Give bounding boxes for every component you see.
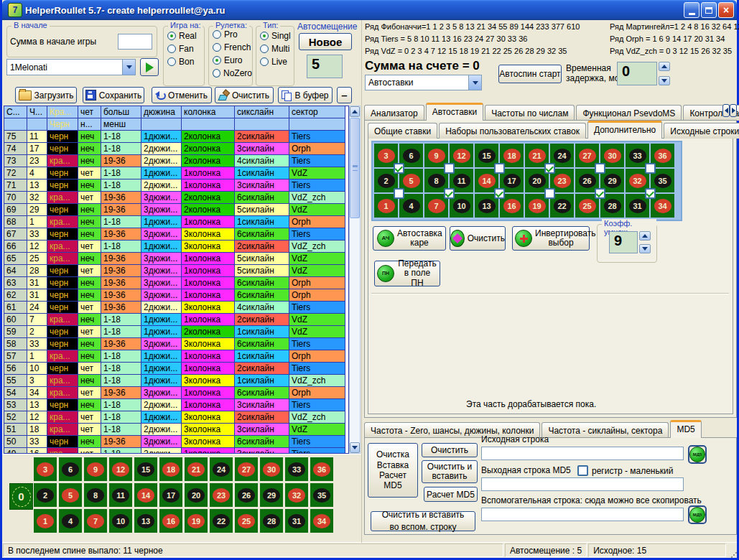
- table-row[interactable]: 6929черннеч19-363дюжи...2колонка5сиклайн…: [4, 204, 348, 216]
- new-button[interactable]: Новое: [299, 33, 352, 50]
- table-row[interactable]: 5118кра...чет1-182дюжи...3колонка3сиклай…: [4, 424, 348, 436]
- board-cell-5[interactable]: 5: [59, 483, 82, 507]
- board-cell-21[interactable]: 21: [185, 457, 208, 481]
- tab-частоты-по-числам[interactable]: Частоты по числам: [485, 105, 575, 121]
- md5-source-input[interactable]: [481, 447, 684, 460]
- table-row[interactable]: 5033черннеч19-363дюжи...3колонка6сиклайн…: [4, 436, 348, 448]
- board-cell-22[interactable]: 22: [210, 509, 233, 533]
- multiplier-spinner[interactable]: [639, 231, 651, 253]
- board-cell-32[interactable]: 32: [285, 483, 308, 507]
- table-row[interactable]: 5212кра...чет1-181дюжи...3колонка2сиклай…: [4, 411, 348, 424]
- bet-checkbox-lower-3[interactable]: [494, 188, 505, 199]
- table-row[interactable]: 7032кра...чет19-363дюжи...2колонка6сикла…: [4, 192, 348, 204]
- board-cell-zero[interactable]: 0: [9, 483, 33, 510]
- radio-option-euro[interactable]: Euro: [213, 55, 252, 65]
- bet-checkbox-upper-2[interactable]: [444, 163, 455, 174]
- board-cell-19[interactable]: 19: [185, 509, 208, 533]
- spinner-up-button[interactable]: [659, 62, 670, 71]
- table-row[interactable]: 7417черннеч1-182дюжи...2колонка3сиклайнO…: [4, 143, 348, 155]
- table-row[interactable]: 7323кра...неч19-362дюжи...2колонка4сикла…: [4, 155, 348, 167]
- autobet-corner-button[interactable]: АЧ Автоставка каре: [373, 226, 446, 251]
- radio-option-pro[interactable]: Pro: [213, 29, 252, 39]
- tab-исходные-строки-мд[interactable]: Исходные строки МД: [664, 123, 739, 139]
- table-row[interactable]: 5833черннеч19-363дюжи...3колонка6сиклайн…: [4, 338, 348, 350]
- board-cell-33[interactable]: 33: [285, 457, 308, 481]
- table-row[interactable]: 7511черннеч1-181дюжи...2колонка2сиклайнT…: [4, 131, 348, 143]
- bet-checkbox-lower-2[interactable]: [444, 188, 455, 199]
- column-header[interactable]: Черн: [47, 118, 78, 131]
- board-cell-12[interactable]: 12: [109, 457, 132, 481]
- scroll-up-button[interactable]: [350, 106, 360, 117]
- column-header[interactable]: [289, 118, 345, 131]
- tab-дополнительно[interactable]: Дополнительно: [587, 121, 662, 139]
- tab-md5[interactable]: MD5: [670, 420, 701, 438]
- table-row[interactable]: 592чернчет1-181дюжи...2колонка1сиклайнVd…: [4, 326, 348, 338]
- board-cell-27[interactable]: 27: [235, 457, 258, 481]
- table-row[interactable]: 6612кра...чет1-181дюжи...3колонка2сиклай…: [4, 241, 348, 253]
- tab-функционал-psevdoms[interactable]: Функционал PsevdoMS: [576, 105, 682, 121]
- md5-big-button[interactable]: Очистка Вставка Расчет MD5: [368, 443, 418, 498]
- tab-наборы-пользовательских-ставок[interactable]: Наборы пользовательских ставок: [439, 123, 586, 139]
- board-cell-29[interactable]: 29: [260, 483, 283, 507]
- board-cell-36[interactable]: 36: [310, 457, 333, 481]
- preset-combo-dropdown[interactable]: [122, 60, 135, 75]
- spinner-down-button[interactable]: [639, 244, 651, 253]
- md5-aux-run-button[interactable]: МД5: [688, 505, 707, 524]
- board-cell-13[interactable]: 13: [134, 509, 157, 533]
- board-cell-16[interactable]: 16: [159, 509, 182, 533]
- transfer-button[interactable]: ПН Передать в поле ПН: [374, 261, 440, 286]
- radio-option-fan[interactable]: Fan: [167, 44, 204, 54]
- scroll-down-button[interactable]: [350, 442, 360, 453]
- tab-частота-сиклайны-сектора[interactable]: Частота - сиклайны, сектора: [542, 422, 669, 438]
- load-button[interactable]: Загрузить: [15, 87, 77, 103]
- minimize-button[interactable]: [684, 2, 700, 18]
- start-sum-input[interactable]: [118, 34, 152, 50]
- spinner-up-button[interactable]: [639, 231, 651, 241]
- md5-output-input[interactable]: [481, 477, 684, 491]
- column-header[interactable]: н...: [78, 118, 101, 131]
- radio-option-french[interactable]: French: [213, 42, 252, 52]
- column-header[interactable]: менш: [101, 118, 141, 131]
- board-cell-10[interactable]: 10: [109, 509, 132, 533]
- column-header[interactable]: [235, 118, 289, 131]
- to-buffer-button[interactable]: В буфер: [278, 87, 333, 103]
- board-cell-26[interactable]: 26: [235, 483, 258, 507]
- md5-clear-paste-button[interactable]: Очистить и вставить: [422, 460, 478, 483]
- board-cell-28[interactable]: 28: [260, 509, 283, 533]
- column-header[interactable]: сектор: [289, 106, 345, 118]
- table-row[interactable]: 4916кра...чет1-182дюжи...1колонка3сиклай…: [4, 448, 348, 454]
- close-button[interactable]: ×: [718, 2, 734, 18]
- board-cell-31[interactable]: 31: [285, 509, 308, 533]
- board-cell-9[interactable]: 9: [84, 457, 107, 481]
- table-row[interactable]: 6231черннеч19-363дюжи...1колонка6сиклайн…: [4, 289, 348, 302]
- tab-автоставки[interactable]: Автоставки: [426, 103, 484, 121]
- radio-option-real[interactable]: Real: [167, 31, 204, 41]
- radio-option-singl[interactable]: Singl: [260, 31, 294, 41]
- table-row[interactable]: 6331черннеч19-363дюжи...1колонка6сиклайн…: [4, 277, 348, 289]
- column-header[interactable]: сикслайн: [235, 106, 289, 118]
- board-cell-23[interactable]: 23: [210, 483, 233, 507]
- radio-option-multi[interactable]: Multi: [260, 44, 294, 54]
- table-row[interactable]: 553кра...неч1-181дюжи...3колонка1сиклайн…: [4, 375, 348, 387]
- board-cell-24[interactable]: 24: [210, 457, 233, 481]
- column-header[interactable]: [182, 118, 235, 131]
- grid-clear-button[interactable]: Очистить: [450, 226, 506, 251]
- radio-option-live[interactable]: Live: [260, 57, 294, 67]
- board-cell-1[interactable]: 1: [34, 509, 57, 533]
- invert-selection-button[interactable]: Инвертировать выбор: [512, 226, 590, 251]
- bet-checkbox-lower-6[interactable]: [645, 188, 656, 199]
- table-row[interactable]: 607кра...неч1-181дюжи...1колонка2сиклайн…: [4, 314, 348, 326]
- save-button[interactable]: Сохранить: [83, 87, 144, 103]
- board-cell-20[interactable]: 20: [185, 483, 208, 507]
- delay-spinner[interactable]: [659, 62, 670, 85]
- bet-checkbox-lower-4[interactable]: [544, 188, 555, 199]
- md5-clear-button[interactable]: Очистить: [422, 443, 478, 457]
- bet-checkbox-upper-6[interactable]: [645, 163, 656, 174]
- tab-анализатор[interactable]: Анализатор: [364, 105, 424, 121]
- board-cell-34[interactable]: 34: [310, 509, 333, 533]
- board-cell-8[interactable]: 8: [84, 483, 107, 507]
- bet-checkbox-lower-5[interactable]: [595, 188, 605, 199]
- board-cell-11[interactable]: 11: [109, 483, 132, 507]
- tabs-scroll-right-button[interactable]: [730, 104, 737, 117]
- board-cell-4[interactable]: 4: [59, 509, 82, 533]
